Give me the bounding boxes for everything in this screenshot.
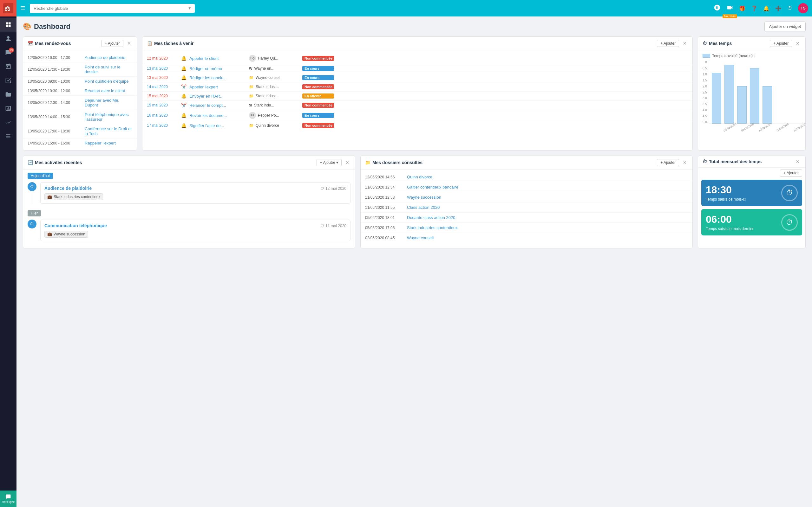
task-title[interactable]: Rédiger un mémo <box>189 66 247 71</box>
activity-title[interactable]: Audience de plaidoirie <box>44 186 92 191</box>
dossier-title[interactable]: Wayne succession <box>407 195 441 200</box>
task-title[interactable]: Appeler l'expert <box>189 84 247 89</box>
x-label: 09/05/2020 <box>740 122 754 132</box>
rdv-add-button[interactable]: + Ajouter <box>101 40 123 47</box>
activity-tag[interactable]: 💼 Wayne succession <box>44 231 88 238</box>
plus-icon[interactable]: ➕ <box>775 5 781 11</box>
temps-close-button[interactable]: ✕ <box>795 41 801 46</box>
activities-close-button[interactable]: ✕ <box>344 160 351 165</box>
task-title[interactable]: Signifier l'acte de... <box>189 123 247 128</box>
rdv-title[interactable]: Point de suivi sur le dossier <box>85 65 132 74</box>
today-badge: Aujourd'hui <box>28 173 53 179</box>
activity-timeline: ⏱ <box>28 220 37 241</box>
total-last-label: Temps saisis le mois dernier <box>706 227 754 231</box>
app-logo[interactable]: ⚖ <box>0 0 16 16</box>
clock-icon: ⏱ <box>703 41 707 46</box>
rdv-date: 13/05/2020 14:00 - 15:30 <box>28 115 82 119</box>
widget-tasks-header: 📋 Mes tâches à venir + Ajouter ✕ <box>142 37 693 50</box>
rdv-date: 13/05/2020 10:30 - 12:00 <box>28 89 82 93</box>
folder-icon: 📁 <box>249 123 254 128</box>
temps-add-button[interactable]: + Ajouter <box>770 40 792 47</box>
activity-title[interactable]: Communication téléphonique <box>44 223 107 228</box>
dossier-title[interactable]: Dosanto class action 2020 <box>407 215 455 220</box>
sidebar-item-calendar[interactable] <box>0 60 16 73</box>
total-clock-icon: ⏱ <box>781 185 798 201</box>
total-add-button[interactable]: + Ajouter <box>780 170 802 176</box>
chat-button[interactable]: Hors ligne <box>0 491 16 507</box>
clock-icon: ⏱ <box>703 159 707 164</box>
chart-bar-group <box>712 73 721 124</box>
rdv-item: 12/05/2020 16:00 - 17:30 Audience de pla… <box>23 53 137 62</box>
dossier-title[interactable]: Quinn divorce <box>407 175 432 179</box>
sidebar-item-reports[interactable] <box>0 101 16 115</box>
sidebar-item-settings[interactable] <box>0 129 16 143</box>
sidebar-item-tasks[interactable] <box>0 73 16 88</box>
tasks-close-button[interactable]: ✕ <box>681 41 688 46</box>
dossier-title[interactable]: Galtier contentieux bancaire <box>407 185 458 189</box>
widget-temps-actions: + Ajouter ✕ <box>770 40 801 47</box>
search-input[interactable] <box>30 4 195 13</box>
dossier-title[interactable]: Class action 2020 <box>407 205 440 210</box>
task-title[interactable]: Revoir les docume... <box>189 113 247 118</box>
folder-icon: 📁 <box>249 84 254 89</box>
sidebar-item-messages[interactable]: 29 <box>0 46 16 60</box>
folder-icon: 📁 <box>249 94 254 98</box>
sidebar-item-contacts[interactable] <box>0 32 16 46</box>
total-close-button[interactable]: ✕ <box>795 159 801 164</box>
sidebar-item-analytics[interactable] <box>0 115 16 129</box>
crm-icon[interactable] <box>714 4 721 12</box>
task-title[interactable]: Relancer le compt... <box>189 103 247 108</box>
video-icon[interactable]: Nouveau <box>726 4 733 12</box>
rdv-title[interactable]: Point quotidien d'équipe <box>85 79 129 83</box>
briefcase-icon: 💼 <box>47 194 52 199</box>
dossier-title[interactable]: Wayne conseil <box>407 235 434 240</box>
history-icon: 🔄 <box>28 160 33 165</box>
rdv-title[interactable]: Rappeler l'expert <box>85 141 116 146</box>
chart-bar <box>750 68 759 124</box>
task-item: 17 mai 2020 🔔 Signifier l'acte de... 📁 Q… <box>142 121 693 130</box>
widget-rdv-title: 📅 Mes rendez-vous <box>28 41 101 46</box>
yesterday-badge: Hier <box>28 210 41 216</box>
client-avatar: HQ <box>249 55 256 62</box>
dossier-title[interactable]: Stark industries contentieux <box>407 225 458 230</box>
user-avatar[interactable]: TS <box>798 3 808 13</box>
rdv-title[interactable]: Conférence sur le Droit et la Tech <box>85 126 132 136</box>
x-label: 05/05/2020 <box>723 122 737 132</box>
bell-icon[interactable]: 🔔 <box>763 5 769 11</box>
widget-total-actions: ✕ <box>795 159 801 164</box>
task-item: 15 mai 2020 ✂️ Relancer le compt... SI S… <box>142 101 693 110</box>
task-title[interactable]: Rédiger les conclu... <box>189 75 247 80</box>
activities-add-button[interactable]: + Ajouter ▾ <box>316 159 342 166</box>
task-title[interactable]: Envoyer en RAR... <box>189 94 247 99</box>
rdv-item: 13/05/2020 09:00 - 10:00 Point quotidien… <box>23 77 137 86</box>
sidebar-item-files[interactable] <box>0 88 16 101</box>
dossiers-add-button[interactable]: + Ajouter <box>657 159 679 166</box>
rdv-title[interactable]: Point téléphonique avec l'assureur <box>85 112 132 122</box>
rdv-title[interactable]: Audience de plaidoirie <box>85 55 125 60</box>
clock-icon[interactable]: ⏱ <box>787 5 792 11</box>
tasks-add-button[interactable]: + Ajouter <box>657 40 679 47</box>
gift-icon[interactable]: 🎁 <box>739 5 745 11</box>
sidebar-item-dashboard[interactable] <box>0 18 16 32</box>
activity-content: Audience de plaidoirie ⏱ 12 mai 2020 💼 S… <box>40 182 351 204</box>
rdv-close-button[interactable]: ✕ <box>126 41 132 46</box>
help-icon[interactable]: ❓ <box>751 5 757 11</box>
rdv-title[interactable]: Déjeuner avec Me. Dupont <box>85 98 132 107</box>
activity-date: ⏱ 12 mai 2020 <box>320 186 346 191</box>
add-widget-button[interactable]: Ajouter un widget <box>764 21 806 32</box>
search-dropdown-icon[interactable]: ▼ <box>188 6 192 10</box>
activity-tag[interactable]: 💼 Stark industries contentieux <box>44 193 103 200</box>
hamburger-icon[interactable]: ☰ <box>20 5 26 12</box>
rdv-title[interactable]: Réunion avec le client <box>85 89 125 93</box>
widget-rdv-body: 12/05/2020 16:00 - 17:30 Audience de pla… <box>23 50 137 150</box>
x-label: 12/05/2020 <box>793 122 806 132</box>
task-date: 17 mai 2020 <box>147 123 179 128</box>
widget-tasks-body: 12 mai 2020 🔔 Appeler le client HQ Harle… <box>142 50 693 132</box>
task-item: 13 mai 2020 🔔 Rédiger les conclu... 📁 Wa… <box>142 73 693 82</box>
task-title[interactable]: Appeler le client <box>189 56 247 61</box>
y-label: 3.0 <box>703 96 707 100</box>
dossiers-close-button[interactable]: ✕ <box>681 160 688 165</box>
task-date: 13 mai 2020 <box>147 66 179 71</box>
y-label: 2.0 <box>703 84 707 88</box>
activity-content: Communication téléphonique ⏱ 11 mai 2020… <box>40 220 351 241</box>
